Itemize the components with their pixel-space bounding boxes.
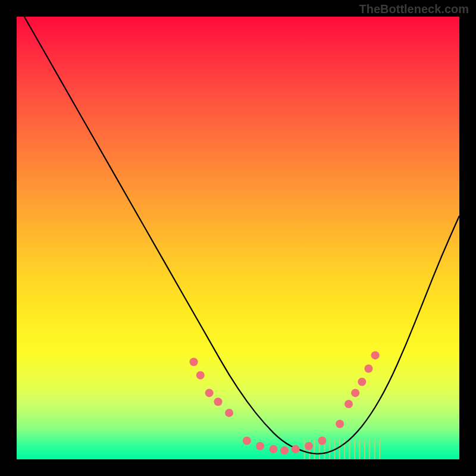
marker-dot [318,437,326,445]
marker-dot [256,442,264,450]
chart-curve-layer [17,17,459,454]
marker-dot [280,446,289,455]
marker-dot [225,409,233,417]
marker-dot [336,419,344,428]
curve-path [17,17,459,454]
chart-ticks-layer [305,440,380,459]
marker-dot [196,371,205,380]
marker-dot [270,445,278,453]
marker-dot [205,389,214,397]
marker-dot [358,378,366,386]
marker-dot [243,437,251,445]
chart-overlay-svg [17,17,459,459]
marker-dot [214,397,223,406]
watermark-text: TheBottleneck.com [359,2,469,16]
chart-area [17,17,459,459]
marker-dot [351,389,359,397]
marker-dot [364,364,372,372]
marker-dot [305,442,313,450]
marker-dot [190,358,198,366]
marker-dot [371,351,380,359]
marker-dot [292,445,300,453]
marker-dot [345,400,353,408]
chart-markers-layer [190,351,380,455]
